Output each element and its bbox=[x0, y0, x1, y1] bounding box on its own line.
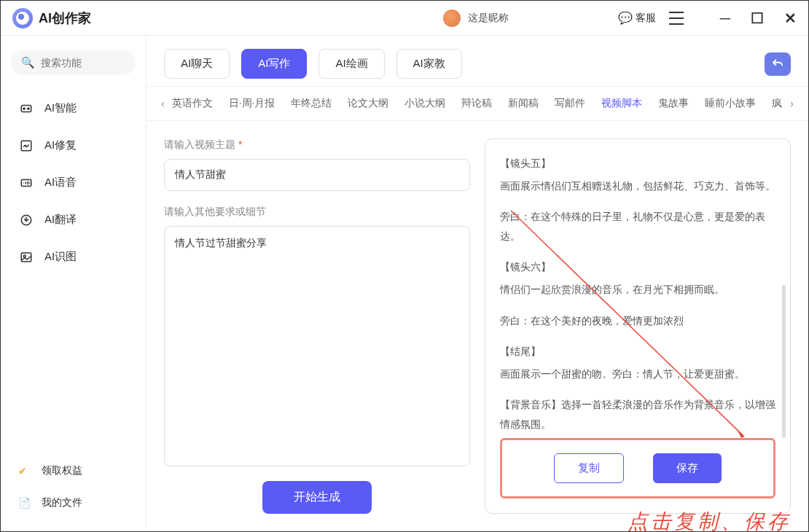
shot6-body: 情侣们一起欣赏浪漫的音乐，在月光下相拥而眠。 bbox=[500, 280, 775, 300]
sidebar-item-label: AI翻译 bbox=[44, 213, 77, 227]
svg-point-1 bbox=[23, 107, 25, 109]
shot6-title: 【镜头六】 bbox=[500, 257, 775, 277]
subtab-report[interactable]: 日·周·月报 bbox=[227, 93, 277, 114]
undo-button[interactable] bbox=[765, 52, 791, 76]
sidebar-files[interactable]: 📄 我的文件 bbox=[11, 489, 136, 517]
sidebar-item-label: AI识图 bbox=[44, 250, 77, 264]
sidebar-item-label: AI语音 bbox=[44, 176, 77, 189]
voice-icon bbox=[18, 176, 34, 189]
app-logo bbox=[12, 8, 33, 28]
tab-draw[interactable]: AI绘画 bbox=[318, 49, 384, 79]
nav-list: AI智能 AI修复 AI语音 AI翻译 AI识图 bbox=[11, 93, 136, 273]
shot5-title: 【镜头五】 bbox=[500, 154, 775, 173]
save-button[interactable]: 保存 bbox=[653, 453, 722, 483]
support-label: 客服 bbox=[636, 12, 656, 25]
search-input[interactable] bbox=[41, 57, 125, 69]
smart-icon bbox=[18, 102, 34, 115]
sidebar-item-repair[interactable]: AI修复 bbox=[11, 130, 136, 161]
search-icon: 🔍 bbox=[21, 56, 35, 69]
tab-tutor[interactable]: AI家教 bbox=[396, 49, 462, 79]
shot5-narration: 旁白：在这个特殊的日子里，礼物不仅是心意，更是爱的表达。 bbox=[500, 207, 775, 246]
subtab-news[interactable]: 新闻稿 bbox=[507, 93, 540, 114]
sidebar-rewards-label: 领取权益 bbox=[42, 464, 82, 477]
subtab-english[interactable]: 英语作文 bbox=[171, 93, 214, 114]
sidebar-rewards[interactable]: ✔ 领取权益 bbox=[11, 457, 136, 485]
ending-title: 【结尾】 bbox=[500, 342, 775, 361]
detail-label: 请输入其他要求或细节 bbox=[164, 206, 470, 219]
tab-write[interactable]: AI写作 bbox=[241, 49, 307, 79]
subtab-paper[interactable]: 论文大纲 bbox=[346, 93, 390, 114]
topic-label: 请输入视频主题* bbox=[164, 138, 470, 152]
svg-point-7 bbox=[23, 255, 26, 257]
scroll-right-button[interactable]: › bbox=[784, 95, 800, 112]
maximize-button[interactable]: ☐ bbox=[751, 11, 764, 26]
ending-body: 画面展示一个甜蜜的吻。旁白：情人节，让爱更甜蜜。 bbox=[500, 364, 775, 384]
minimize-button[interactable]: ─ bbox=[720, 11, 730, 26]
app-title: AI创作家 bbox=[39, 9, 91, 27]
user-nickname: 这是昵称 bbox=[468, 12, 509, 25]
subtab-yearend[interactable]: 年终总结 bbox=[289, 93, 333, 114]
sidebar: 🔍 AI智能 AI修复 AI语音 AI翻译 bbox=[1, 36, 146, 531]
tab-chat[interactable]: AI聊天 bbox=[164, 49, 230, 79]
svg-point-2 bbox=[28, 107, 29, 109]
subtab-video[interactable]: 视频脚本 bbox=[600, 93, 644, 114]
sub-tabs: ‹ 英语作文 日·周·月报 年终总结 论文大纲 小说大纲 辩论稿 新闻稿 写邮件… bbox=[146, 86, 808, 121]
sidebar-item-smart[interactable]: AI智能 bbox=[11, 93, 136, 124]
sidebar-item-label: AI智能 bbox=[44, 101, 77, 115]
sidebar-files-label: 我的文件 bbox=[42, 496, 82, 509]
sidebar-item-voice[interactable]: AI语音 bbox=[11, 167, 136, 198]
output-text: 【镜头五】 画面展示情侣们互相赠送礼物，包括鲜花、巧克力、首饰等。 旁白：在这个… bbox=[500, 154, 775, 429]
generate-button[interactable]: 开始生成 bbox=[262, 481, 372, 514]
image-icon bbox=[18, 251, 34, 264]
search-box[interactable]: 🔍 bbox=[11, 50, 136, 75]
repair-icon bbox=[18, 139, 34, 152]
user-avatar[interactable] bbox=[443, 9, 461, 27]
sidebar-item-translate[interactable]: AI翻译 bbox=[11, 204, 136, 235]
scrollbar[interactable] bbox=[782, 285, 786, 438]
topic-input[interactable]: 情人节甜蜜 bbox=[164, 159, 470, 191]
shot6-narration: 旁白：在这个美好的夜晚，爱情更加浓烈 bbox=[500, 311, 775, 331]
copy-button[interactable]: 复制 bbox=[554, 453, 624, 483]
subtab-novel[interactable]: 小说大纲 bbox=[403, 93, 447, 114]
subtab-debate[interactable]: 辩论稿 bbox=[460, 93, 493, 114]
output-panel: 【镜头五】 画面展示情侣们互相赠送礼物，包括鲜花、巧克力、首饰等。 旁白：在这个… bbox=[485, 138, 791, 514]
vip-icon: ✔ bbox=[18, 465, 33, 477]
music: 【背景音乐】选择一首轻柔浪漫的音乐作为背景音乐，以增强情感氛围。 bbox=[500, 395, 775, 429]
support-button[interactable]: 💬 客服 bbox=[618, 11, 656, 25]
subtab-email[interactable]: 写邮件 bbox=[553, 93, 587, 114]
menu-icon[interactable] bbox=[669, 12, 684, 25]
titlebar: AI创作家 这是昵称 💬 客服 ─ ☐ ✕ bbox=[1, 1, 808, 36]
sidebar-item-label: AI修复 bbox=[44, 138, 77, 152]
action-buttons: 复制 保存 bbox=[500, 438, 775, 498]
shot5-body: 画面展示情侣们互相赠送礼物，包括鲜花、巧克力、首饰等。 bbox=[500, 176, 775, 196]
main-tabs: AI聊天 AI写作 AI绘画 AI家教 bbox=[146, 36, 808, 86]
input-panel: 请输入视频主题* 情人节甜蜜 请输入其他要求或细节 开始生成 bbox=[164, 138, 470, 514]
subtab-crazy[interactable]: 疯 bbox=[770, 93, 783, 114]
subtab-ghost[interactable]: 鬼故事 bbox=[657, 93, 690, 114]
sidebar-item-image[interactable]: AI识图 bbox=[11, 241, 136, 273]
close-button[interactable]: ✕ bbox=[784, 11, 797, 26]
scroll-left-button[interactable]: ‹ bbox=[155, 95, 171, 112]
detail-textarea[interactable] bbox=[164, 226, 470, 466]
file-icon: 📄 bbox=[18, 497, 33, 509]
subtab-bedtime[interactable]: 睡前小故事 bbox=[703, 93, 757, 114]
undo-icon bbox=[771, 58, 784, 71]
translate-icon bbox=[18, 214, 34, 227]
chat-icon: 💬 bbox=[618, 11, 633, 25]
